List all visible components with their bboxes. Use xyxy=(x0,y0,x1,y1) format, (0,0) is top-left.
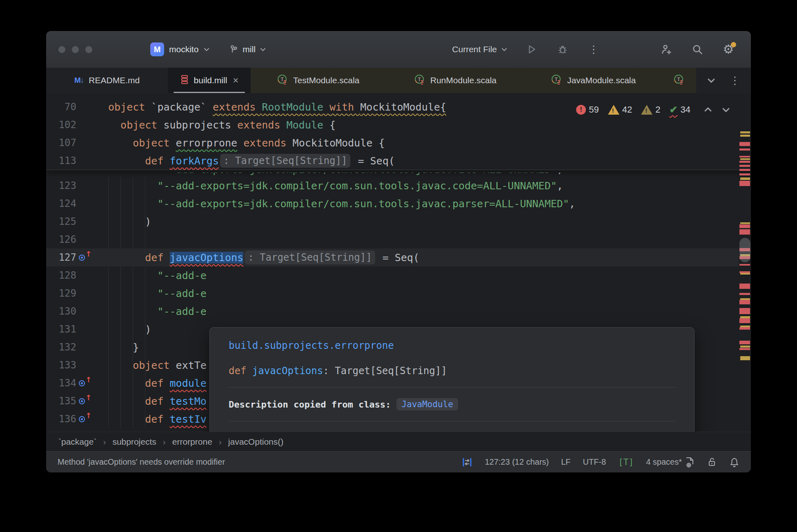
code-editor[interactable]: "--add-exports=jdk.compiler/com.sun.tool… xyxy=(46,93,751,432)
code-line-128[interactable]: 128 "--add-e xyxy=(46,266,739,284)
close-window-button[interactable] xyxy=(58,46,65,53)
run-configuration-selector[interactable]: Current File xyxy=(452,44,508,54)
code-line-129[interactable]: 129 "--add-e xyxy=(46,284,739,302)
project-widget[interactable]: M mockito xyxy=(150,42,210,56)
kebab-icon: ⋮ xyxy=(588,43,599,56)
code-text: object errorprone extends MockitoModule … xyxy=(108,137,385,149)
line-number: 132 xyxy=(46,341,76,353)
search-everywhere-button[interactable] xyxy=(690,42,704,56)
code-line-130[interactable]: 130 "--add-e xyxy=(46,302,739,320)
run-button[interactable] xyxy=(525,42,539,56)
code-line-127[interactable]: 127↑ def javacOptions: Target[Seq[String… xyxy=(46,248,739,266)
tab-label: RunModule.scala xyxy=(430,75,496,85)
code-text: def testMo xyxy=(108,395,207,407)
tab-options-kebab-icon[interactable]: ⋮ xyxy=(730,74,740,87)
tab-testmodule-scala[interactable]: TTestModule.scala xyxy=(251,68,386,93)
branch-name: mill xyxy=(243,44,256,54)
line-separator-widget[interactable]: LF xyxy=(561,457,570,467)
previous-problem-chevron-icon[interactable] xyxy=(703,105,712,114)
doc-separator xyxy=(229,421,675,421)
next-problem-chevron-icon[interactable] xyxy=(721,105,730,114)
override-gutter-icon[interactable]: ↑ xyxy=(78,413,94,425)
encoding-widget[interactable]: UTF-8 xyxy=(583,457,606,467)
weak-warning-count: 2 xyxy=(655,104,660,115)
indent-widget[interactable]: 4 spaces* xyxy=(646,457,695,468)
code-line-107[interactable]: 107 object errorprone extends MockitoMod… xyxy=(46,134,751,152)
more-actions-button[interactable]: ⋮ xyxy=(587,42,601,56)
gutter xyxy=(76,231,95,248)
error-stripe-scrollbar[interactable] xyxy=(739,93,751,432)
error-stripe-mark xyxy=(739,181,750,186)
clipped-code-line: "--add-exports=jdk.compiler/com.sun.tool… xyxy=(46,173,739,177)
code-text: "--add-e xyxy=(108,288,207,299)
error-stripe-mark xyxy=(739,284,750,289)
tab-runmodule-scala[interactable]: TRunModule.scala xyxy=(386,68,525,93)
tab-readme-md[interactable]: M↓README.md xyxy=(46,68,168,93)
breadcrumb-item[interactable]: `package` xyxy=(58,437,96,447)
error-stripe-mark xyxy=(739,169,750,171)
write-access-widget[interactable] xyxy=(707,457,717,468)
doc-class-chip[interactable]: JavaModule xyxy=(396,398,458,410)
gutter xyxy=(76,213,95,231)
code-with-me-button[interactable] xyxy=(659,42,673,56)
settings-button[interactable]: ⚙ xyxy=(721,42,735,56)
warning-icon xyxy=(608,105,619,115)
caret-position-widget[interactable]: 127:23 (12 chars) xyxy=(485,457,549,467)
code-text: ) xyxy=(108,216,151,228)
passed-check-icon: ✔ xyxy=(669,104,677,115)
gutter xyxy=(76,320,95,338)
documentation-popup: build.subprojects.errorprone def javacOp… xyxy=(209,327,695,432)
code-text: def module xyxy=(108,377,207,389)
override-gutter-icon[interactable]: ↑ xyxy=(78,395,94,407)
code-line-124[interactable]: 124 "--add-exports=jdk.compiler/com.sun.… xyxy=(46,195,739,213)
line-number: 136 xyxy=(46,413,76,425)
code-text: "--add-exports=jdk.compiler/com.sun.tool… xyxy=(108,198,575,210)
line-number: 129 xyxy=(46,288,76,299)
tab-javamodule-scala[interactable]: TJavaModule.scala xyxy=(525,68,662,93)
code-line[interactable]: "--add-exports=jdk.compiler/com.sun.tool… xyxy=(46,173,739,177)
vcs-widget[interactable]: mill xyxy=(229,44,266,54)
override-gutter-icon[interactable]: ↑ xyxy=(78,377,94,389)
search-icon xyxy=(692,44,703,55)
line-number: 123 xyxy=(46,180,76,191)
line-number: 134 xyxy=(46,377,76,389)
tab-build-mill[interactable]: build.mill× xyxy=(168,68,250,93)
gutter xyxy=(76,152,95,170)
code-line-123[interactable]: 123 "--add-exports=jdk.compiler/com.sun.… xyxy=(46,177,739,195)
doc-symbol-path[interactable]: build.subprojects.errorprone xyxy=(229,340,675,351)
debug-button[interactable] xyxy=(556,42,570,56)
code-text: "--add-exports=jdk.compiler/com.sun.tool… xyxy=(108,180,563,192)
chevron-down-icon xyxy=(203,46,210,53)
close-tab-icon[interactable]: × xyxy=(233,75,238,86)
code-line-113[interactable]: 113 def forkArgs: Target[Seq[String]] = … xyxy=(46,152,751,170)
inspections-widget[interactable]: ! 59 42 2 ✔ 34 xyxy=(576,101,730,119)
passed-count: 34 xyxy=(681,104,690,115)
notifications-widget[interactable] xyxy=(729,457,739,468)
code-line-125[interactable]: 125 ) xyxy=(46,213,739,231)
highlighting-level-badge[interactable]: [T] xyxy=(618,457,634,467)
code-text: def testIv xyxy=(108,413,207,425)
warning-count: 42 xyxy=(622,104,632,115)
chevron-down-icon xyxy=(501,46,508,53)
code-text: def forkArgs: Target[Seq[String]] = Seq( xyxy=(108,154,395,168)
settings-notification-dot xyxy=(731,42,736,47)
gutter xyxy=(76,302,95,320)
breadcrumb-item[interactable]: javacOptions() xyxy=(228,437,283,447)
line-number: 126 xyxy=(46,234,76,245)
code-style-file-icon xyxy=(684,457,695,468)
override-gutter-icon[interactable]: ↑ xyxy=(78,251,94,264)
tab-overflow[interactable]: T xyxy=(662,68,696,93)
scrollbar-thumb[interactable] xyxy=(739,238,750,262)
zoom-window-button[interactable] xyxy=(85,46,92,53)
traffic-lights[interactable] xyxy=(58,46,92,53)
breadcrumb-item[interactable]: errorprone xyxy=(172,437,212,447)
show-hidden-tabs-chevron-icon[interactable] xyxy=(707,76,716,85)
breadcrumb-item[interactable]: subprojects xyxy=(112,437,156,447)
gutter: ↑ xyxy=(76,248,95,266)
line-number: 131 xyxy=(46,324,76,335)
minimize-window-button[interactable] xyxy=(72,46,79,53)
caret-navigation-widget[interactable] xyxy=(462,457,472,468)
code-text: "--add-e xyxy=(108,306,207,317)
code-line-126[interactable]: 126 xyxy=(46,231,739,248)
code-text: object `package` extends RootModule with… xyxy=(108,101,446,113)
